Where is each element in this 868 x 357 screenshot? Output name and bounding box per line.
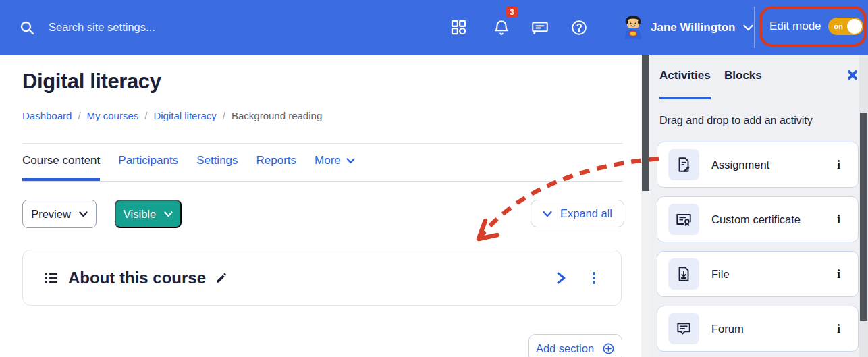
activity-label: File xyxy=(711,268,730,281)
preview-label: Preview xyxy=(31,208,71,221)
chevron-down-icon xyxy=(743,24,753,31)
breadcrumb-separator: / xyxy=(144,110,147,121)
file-icon xyxy=(668,258,699,290)
breadcrumb-separator: / xyxy=(223,110,225,121)
section-list-icon xyxy=(43,270,59,286)
edit-mode-toggle[interactable]: on xyxy=(828,18,863,35)
add-section-button[interactable]: Add section xyxy=(528,334,622,357)
active-tab-underline xyxy=(659,97,711,99)
assignment-icon xyxy=(668,149,699,180)
user-name: Jane Willington xyxy=(651,21,735,34)
add-section-label: Add section xyxy=(536,342,594,355)
tab-settings[interactable]: Settings xyxy=(196,154,238,181)
tab-more-label: More xyxy=(315,154,341,167)
activity-label: Custom certificate xyxy=(711,213,801,226)
certificate-icon xyxy=(668,204,699,235)
info-icon[interactable]: i xyxy=(837,213,840,227)
breadcrumb-my-courses[interactable]: My courses xyxy=(87,110,139,121)
toggle-knob xyxy=(847,19,862,34)
user-menu[interactable]: Jane Willington xyxy=(651,0,753,55)
info-icon[interactable]: i xyxy=(837,267,840,281)
info-icon[interactable]: i xyxy=(837,158,840,172)
close-icon[interactable] xyxy=(847,70,858,80)
main-scrollbar-thumb[interactable] xyxy=(642,55,649,191)
tab-reports[interactable]: Reports xyxy=(256,154,297,181)
section-menu-kebab-icon[interactable] xyxy=(593,272,595,284)
tab-participants[interactable]: Participants xyxy=(118,154,178,181)
expand-all-label: Expand all xyxy=(560,207,612,220)
search-placeholder: Search site settings... xyxy=(49,21,155,34)
visible-label: Visible xyxy=(124,208,156,221)
tab-more[interactable]: More xyxy=(315,154,355,181)
breadcrumb: Dashboard / My courses / Digital literac… xyxy=(22,110,322,121)
section-title: About this course xyxy=(68,269,206,287)
help-icon[interactable] xyxy=(570,0,588,55)
page-title: Digital literacy xyxy=(22,70,161,94)
drawer-scrollbar-thumb[interactable] xyxy=(860,113,867,321)
chevron-down-icon xyxy=(164,211,173,217)
collapse-chevron-right-icon[interactable] xyxy=(555,271,567,285)
forum-icon xyxy=(668,313,699,344)
info-icon[interactable]: i xyxy=(837,322,840,336)
activity-label: Assignment xyxy=(711,159,769,171)
visible-dropdown-button[interactable]: Visible xyxy=(115,200,182,228)
messages-icon[interactable] xyxy=(531,0,549,55)
main-scrollbar-track[interactable] xyxy=(641,55,650,357)
topbar-divider xyxy=(754,7,755,48)
edit-title-pencil-icon[interactable] xyxy=(215,271,228,284)
preview-dropdown-button[interactable]: Preview xyxy=(22,200,97,228)
chevron-down-icon xyxy=(543,211,552,217)
breadcrumb-current: Background reading xyxy=(232,110,322,121)
breadcrumb-course[interactable]: Digital literacy xyxy=(153,110,216,121)
drawer-scrollbar-track[interactable] xyxy=(859,55,868,357)
drawer-tab-blocks[interactable]: Blocks xyxy=(724,69,762,82)
expand-all-button[interactable]: Expand all xyxy=(531,200,624,227)
course-nav-tabs: Course content Participants Settings Rep… xyxy=(22,143,623,182)
chevron-down-icon xyxy=(346,158,355,164)
activity-label: Forum xyxy=(711,323,744,335)
top-navbar: Search site settings... 3 xyxy=(0,0,868,55)
edit-mode-highlight: Edit mode on xyxy=(759,6,867,47)
activity-item-custom-certificate[interactable]: Custom certificate i xyxy=(657,196,859,242)
drag-drop-hint: Drag and drop to add an activity xyxy=(659,115,813,127)
activity-item-forum[interactable]: Forum i xyxy=(657,306,859,352)
drawer-tab-activities[interactable]: Activities xyxy=(659,69,711,82)
breadcrumb-dashboard[interactable]: Dashboard xyxy=(22,110,72,121)
breadcrumb-separator: / xyxy=(78,110,80,121)
chevron-down-icon xyxy=(79,211,88,217)
activity-chooser-drawer: Activities Blocks Drag and drop to add a… xyxy=(650,55,859,357)
apps-grid-icon[interactable] xyxy=(450,0,468,55)
edit-mode-label: Edit mode xyxy=(769,20,821,33)
notification-count-badge: 3 xyxy=(506,6,518,18)
activity-item-assignment[interactable]: Assignment i xyxy=(657,142,859,188)
site-search[interactable]: Search site settings... xyxy=(19,0,155,55)
course-section-card: About this course xyxy=(22,250,622,306)
plus-circle-icon xyxy=(602,342,615,355)
user-avatar[interactable] xyxy=(621,15,645,39)
tab-course-content[interactable]: Course content xyxy=(22,154,100,181)
toggle-state-text: on xyxy=(834,22,843,30)
search-icon xyxy=(19,20,35,36)
activity-item-file[interactable]: File i xyxy=(657,251,859,297)
